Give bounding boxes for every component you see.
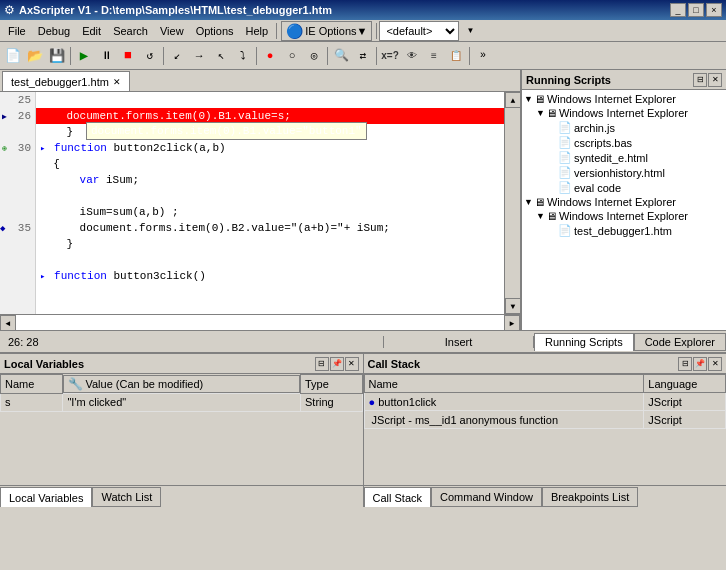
tooltip-popup: document.forms.item(0).B1.value="button1… [86, 122, 367, 140]
command-window-tab[interactable]: Command Window [431, 487, 542, 507]
code-explorer-tab-btn[interactable]: Code Explorer [634, 333, 726, 351]
pause-btn[interactable]: ⏸ [95, 45, 117, 67]
local-variables-tab[interactable]: Local Variables [0, 487, 92, 507]
tb-sep-2 [163, 47, 164, 65]
extra-btn[interactable]: » [472, 45, 494, 67]
tree-item-label: cscripts.bas [574, 137, 632, 149]
call-stack-header: Call Stack ⊟ 📌 ✕ [364, 354, 727, 374]
menu-debug[interactable]: Debug [32, 23, 76, 39]
menu-file[interactable]: File [2, 23, 32, 39]
editor-tab[interactable]: test_debugger1.htm ✕ [2, 71, 130, 91]
tree-expand-icon[interactable]: ▼ [524, 94, 533, 104]
tree-expand-icon[interactable]: ▼ [524, 197, 533, 207]
close-button[interactable]: × [706, 3, 722, 17]
call-stack-table: Name Language ● button1click JScript JSc… [364, 374, 727, 485]
watch-list-tab[interactable]: Watch List [92, 487, 161, 507]
scroll-down-btn[interactable]: ▼ [505, 298, 520, 314]
code-area[interactable]: 25 26 ⊕30 ◆35 document.forms.item(0).B1.… [0, 92, 520, 314]
running-scripts-tab-btn[interactable]: Running Scripts [534, 333, 634, 351]
panel-close-btn[interactable]: ✕ [708, 73, 722, 87]
bottom-area: Local Variables ⊟ 📌 ✕ Name 🔧 Value (Can … [0, 352, 726, 507]
panel-float-btn[interactable]: ⊟ [693, 73, 707, 87]
menu-search[interactable]: Search [107, 23, 154, 39]
run-btn[interactable]: ▶ [73, 45, 95, 67]
output-btn[interactable]: 📋 [445, 45, 467, 67]
menu-bar: File Debug Edit Search View Options Help… [0, 20, 726, 42]
vertical-scrollbar[interactable]: ▲ ▼ [504, 92, 520, 314]
toggle-bp-btn[interactable]: ◎ [303, 45, 325, 67]
locals-btn[interactable]: x=? [379, 45, 401, 67]
tree-item[interactable]: 📄versionhistory.html [524, 165, 724, 180]
tree-expand-icon[interactable]: ▼ [536, 211, 545, 221]
run-cursor-btn[interactable]: ⤵ [232, 45, 254, 67]
tree-item-label: archin.js [574, 122, 615, 134]
replace-btn[interactable]: ⇄ [352, 45, 374, 67]
menu-help[interactable]: Help [240, 23, 275, 39]
breakpoints-list-tab[interactable]: Breakpoints List [542, 487, 638, 507]
local-variables-table: Name 🔧 Value (Can be modified) Type s "I… [0, 374, 363, 485]
watch-btn[interactable]: 👁 [401, 45, 423, 67]
tree-item[interactable]: 📄eval code [524, 180, 724, 195]
scroll-left-btn[interactable]: ◄ [0, 315, 16, 331]
dropdown-expand-btn[interactable]: ▼ [459, 20, 481, 42]
callstack-close-btn[interactable]: ✕ [708, 357, 722, 371]
breakpoint-btn[interactable]: ● [259, 45, 281, 67]
code-line-var: var iSum; [36, 172, 520, 188]
local-variables-panel: Local Variables ⊟ 📌 ✕ Name 🔧 Value (Can … [0, 354, 364, 507]
tree-area[interactable]: ▼🖥Windows Internet Explorer▼🖥Windows Int… [522, 90, 726, 330]
locals-float-btn[interactable]: ⊟ [315, 357, 329, 371]
find-btn[interactable]: 🔍 [330, 45, 352, 67]
tree-expand-icon[interactable]: ▼ [536, 108, 545, 118]
horizontal-scrollbar[interactable]: ◄ ► [0, 314, 520, 330]
tree-item[interactable]: ▼🖥Windows Internet Explorer [524, 195, 724, 209]
save-btn[interactable]: 💾 [46, 45, 68, 67]
minimize-button[interactable]: _ [670, 3, 686, 17]
clear-bp-btn[interactable]: ○ [281, 45, 303, 67]
tb-sep-1 [70, 47, 71, 65]
call-stack-tab[interactable]: Call Stack [364, 487, 432, 507]
step-over-btn[interactable]: → [188, 45, 210, 67]
call-stack-panel: Call Stack ⊟ 📌 ✕ Name Language ● [364, 354, 727, 507]
new-btn[interactable]: 📄 [2, 45, 24, 67]
code-line-blank2 [36, 252, 520, 268]
maximize-button[interactable]: □ [688, 3, 704, 17]
code-line-26: document.forms.item(0).B1.value=s; docum… [36, 108, 520, 124]
line-num-blank7 [0, 252, 35, 268]
default-dropdown[interactable]: <default> [379, 21, 459, 41]
stop-btn[interactable]: ■ [117, 45, 139, 67]
cs-name-1: ● button1click [364, 393, 644, 411]
tree-item[interactable]: ▼🖥Windows Internet Explorer [524, 92, 724, 106]
cs-lang-2: JScript [644, 411, 726, 429]
open-btn[interactable]: 📂 [24, 45, 46, 67]
var-value: "I'm clicked" [63, 393, 301, 411]
col-value: 🔧 Value (Can be modified) [63, 375, 300, 393]
step-out-btn[interactable]: ↖ [210, 45, 232, 67]
callstack-pin-btn[interactable]: 📌 [693, 357, 707, 371]
tree-item[interactable]: 📄syntedit_e.html [524, 150, 724, 165]
tree-item[interactable]: 📄test_debugger1.htm [524, 223, 724, 238]
tree-item[interactable]: ▼🖥Windows Internet Explorer [524, 209, 724, 223]
menu-options[interactable]: Options [190, 23, 240, 39]
menu-view[interactable]: View [154, 23, 190, 39]
tree-item[interactable]: ▼🖥Windows Internet Explorer [524, 106, 724, 120]
locals-close-btn[interactable]: ✕ [345, 357, 359, 371]
running-scripts-header: Running Scripts ⊟ ✕ [522, 70, 726, 90]
tree-item[interactable]: 📄archin.js [524, 120, 724, 135]
callstack-float-btn[interactable]: ⊟ [678, 357, 692, 371]
tree-item-label: Windows Internet Explorer [547, 93, 676, 105]
editor-pane: test_debugger1.htm ✕ 25 26 ⊕30 ◆35 [0, 70, 521, 330]
cs-col-name: Name [364, 375, 644, 393]
code-content[interactable]: document.forms.item(0).B1.value=s; docum… [36, 92, 520, 314]
locals-pin-btn[interactable]: 📌 [330, 357, 344, 371]
callstack-btn[interactable]: ≡ [423, 45, 445, 67]
tab-close-icon[interactable]: ✕ [113, 77, 121, 87]
scroll-right-btn[interactable]: ► [504, 315, 520, 331]
table-row: ● button1click JScript [364, 393, 726, 411]
line-num-blank4 [0, 188, 35, 204]
step-in-btn[interactable]: ↙ [166, 45, 188, 67]
ie-options-dropdown[interactable]: 🔵 IE Options▼ [281, 21, 372, 41]
scroll-up-btn[interactable]: ▲ [505, 92, 520, 108]
menu-edit[interactable]: Edit [76, 23, 107, 39]
restart-btn[interactable]: ↺ [139, 45, 161, 67]
tree-item[interactable]: 📄cscripts.bas [524, 135, 724, 150]
